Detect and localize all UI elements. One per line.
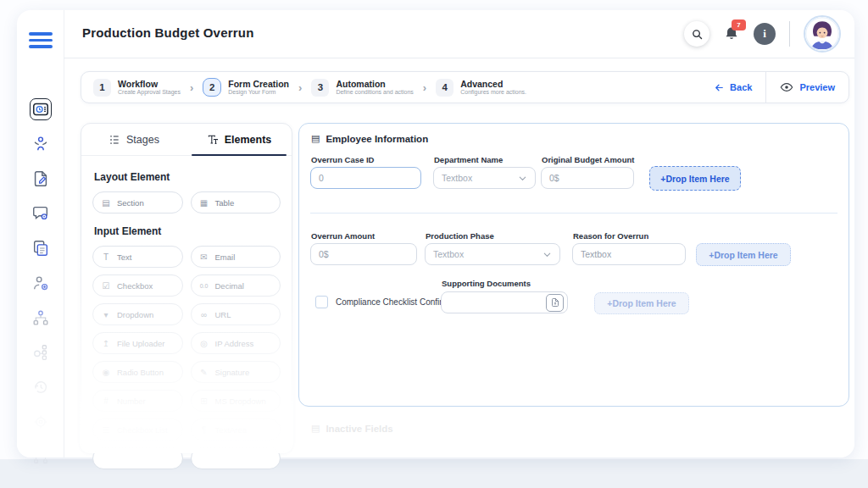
table-icon: ▦ [199, 198, 209, 208]
chevron-down-icon [542, 250, 552, 259]
notifications-button[interactable]: 7 [723, 25, 740, 42]
palette-item-ip-address[interactable]: ◎IP Address [191, 332, 281, 354]
info-button[interactable]: i [754, 23, 776, 45]
drop-zone-3[interactable]: +Drop Item Here [594, 292, 689, 314]
palette-item-section[interactable]: ▤Section [92, 191, 183, 214]
multi-select-icon: ⊞ [199, 396, 209, 406]
copy-pages-icon[interactable] [30, 237, 52, 259]
inactive-fields-title: Inactive Fields [326, 424, 392, 434]
link-icon: ∞ [199, 310, 209, 319]
chevron-right-icon: › [190, 81, 193, 94]
radio-icon: ◉ [101, 368, 111, 377]
palette-item-number[interactable]: #Number [92, 390, 183, 412]
input-element-heading: Input Element [94, 225, 281, 237]
palette-item-file-uploader[interactable]: ↥File Uploader [92, 332, 183, 354]
search-button[interactable] [684, 21, 709, 47]
overrun-amount-input[interactable] [310, 243, 417, 265]
checkbox-list-icon: ☰ [101, 425, 111, 435]
section-icon: ▤ [311, 133, 320, 144]
form-canvas-section: ▤ Employee Information Overrun Case ID D… [298, 123, 849, 407]
user-settings-icon[interactable] [30, 272, 52, 294]
palette-item-table[interactable]: ▦Table [191, 191, 281, 214]
palette-item-decimal[interactable]: 0.0Decimal [191, 274, 281, 297]
topbar-divider [789, 21, 790, 47]
tab-stages[interactable]: Stages [81, 124, 186, 155]
supporting-documents-file-input[interactable] [441, 291, 568, 313]
form-edit-icon[interactable] [30, 168, 52, 190]
step-workflow[interactable]: 1 Workflow Create Approval Stages [93, 79, 181, 97]
file-upload-icon: ↥ [101, 339, 111, 348]
original-budget-input[interactable] [541, 167, 634, 189]
top-bar: Production Budget Overrun 7 i [64, 10, 854, 58]
sitemap-icon[interactable] [30, 446, 52, 468]
eye-icon [780, 80, 793, 94]
left-rail [17, 10, 64, 458]
palette-item-url[interactable]: ∞URL [191, 303, 281, 325]
palette-item-signature[interactable]: ✎Signature [191, 361, 281, 383]
user-avatar[interactable] [804, 15, 841, 53]
field-label: Overrun Case ID [311, 155, 374, 164]
stages-list-icon [108, 134, 120, 146]
inactive-fields-section: ▤ Inactive Fields [311, 423, 393, 434]
dropdown-icon: ▾ [101, 310, 111, 319]
tab-elements[interactable]: Elements [186, 124, 292, 155]
step-form-creation[interactable]: 2 Form Creation Design Your Form [203, 78, 289, 97]
palette-item-hidden [92, 447, 183, 469]
section-icon: ▤ [101, 198, 111, 208]
file-upload-icon [550, 297, 560, 308]
section-title: Employee Information [326, 134, 428, 144]
arrow-left-icon [714, 82, 725, 93]
field-label: Department Name [434, 155, 503, 164]
step-advanced[interactable]: 4 Advanced Configures more actions. [436, 79, 526, 97]
notification-badge: 7 [732, 19, 746, 30]
email-icon: ✉ [199, 252, 209, 262]
field-label: Overrun Amount [311, 231, 375, 241]
hamburger-menu-icon[interactable] [29, 32, 53, 52]
chat-settings-icon[interactable] [30, 202, 52, 225]
palette-item-ms-dropdown[interactable]: ⊞MS Dropdown [191, 390, 281, 412]
overrun-case-id-input[interactable] [310, 167, 421, 189]
settings-gear-icon[interactable] [30, 411, 52, 433]
ip-address-icon: ◎ [199, 339, 209, 348]
back-button[interactable]: Back [700, 82, 765, 93]
drop-zone-2[interactable]: +Drop Item Here [696, 243, 791, 266]
workflow-nodes-icon[interactable] [30, 307, 52, 329]
workflow-stepper: 1 Workflow Create Approval Stages › 2 Fo… [81, 71, 849, 103]
page-title: Production Budget Overrun [82, 25, 254, 40]
signature-icon: ✎ [199, 368, 209, 377]
chevron-right-icon: › [298, 81, 302, 94]
decimal-icon: 0.0 [199, 283, 209, 289]
palette-item-hidden [191, 447, 281, 469]
text-icon: T [101, 252, 111, 262]
dashboard-clock-icon[interactable] [30, 98, 52, 120]
history-icon[interactable] [30, 376, 52, 398]
modules-settings-icon[interactable] [30, 341, 52, 363]
palette-item-checkbox[interactable]: ☑Checkbox [92, 274, 183, 297]
production-phase-select[interactable]: Textbox [425, 243, 560, 265]
chevron-down-icon [518, 174, 527, 183]
field-label: Reason for Overrun [573, 231, 648, 241]
reason-for-overrun-input[interactable] [572, 243, 686, 265]
palette-item-textarea[interactable]: ¶TextArea [191, 419, 281, 441]
text-format-icon [207, 134, 219, 146]
field-label: Supporting Documents [442, 279, 531, 288]
palette-item-radio-button[interactable]: ◉Radio Button [92, 361, 183, 383]
chevron-right-icon: › [423, 81, 426, 94]
compliance-checkbox[interactable] [315, 296, 328, 308]
drop-zone-1[interactable]: +Drop Item Here [649, 166, 741, 191]
palette-item-checkbox-list[interactable]: ☰Checkbox List [92, 419, 183, 441]
palette-item-dropdown[interactable]: ▾Dropdown [92, 303, 183, 325]
number-icon: # [101, 396, 111, 406]
approval-flow-icon[interactable] [30, 133, 52, 155]
palette-item-text[interactable]: TText [92, 246, 183, 268]
app-window: Production Budget Overrun 7 i [17, 10, 854, 458]
preview-button[interactable]: Preview [766, 72, 849, 103]
field-label: Production Phase [426, 231, 494, 241]
department-name-select[interactable]: Textbox [433, 167, 536, 189]
step-automation[interactable]: 3 Automation Define conditions and actio… [311, 79, 413, 97]
palette-item-email[interactable]: ✉Email [191, 246, 281, 268]
textarea-icon: ¶ [199, 425, 209, 435]
row-divider [310, 213, 837, 214]
layout-element-heading: Layout Element [94, 171, 281, 183]
search-icon [691, 28, 704, 41]
